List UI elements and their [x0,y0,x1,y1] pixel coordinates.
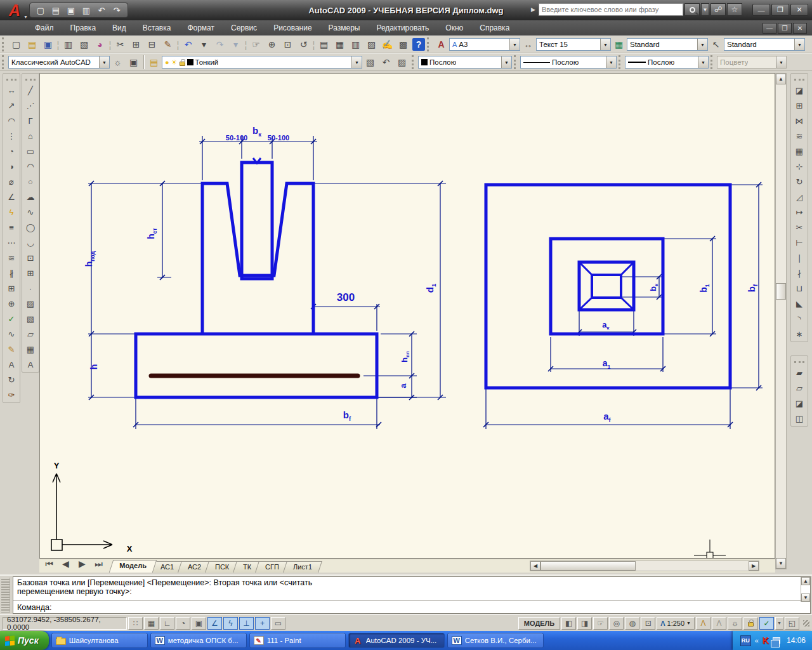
explode-icon[interactable]: ∗ [792,326,807,342]
coordinates-readout[interactable]: 631072.9452, -358505.2677, 0.0000 [3,617,127,630]
maximize-button[interactable]: ❐ [771,4,789,16]
scroll-down-icon[interactable]: ▼ [776,558,786,569]
layer-lock-icon[interactable] [180,62,185,66]
menu-format[interactable]: Формат [179,22,223,34]
menu-window[interactable]: Окно [437,22,471,34]
dim-edit-icon[interactable]: ✎ [4,342,19,357]
rotate-icon[interactable]: ↻ [792,174,807,189]
save-icon[interactable]: ▣ [40,37,56,52]
dim-update-icon[interactable]: ↻ [4,372,19,387]
task-word-2[interactable]: WСетков В.И., Серби... [447,633,544,648]
tab-next-icon[interactable]: ▶ [74,556,90,571]
command-window-grip[interactable] [1,578,10,613]
quickcalc-icon[interactable]: ▩ [395,37,411,52]
break-icon[interactable]: ∤ [792,265,807,281]
annotation-scale-control[interactable]: Λ 1:250 ▼ [657,617,695,630]
horizontal-scrollbar[interactable]: ◀ ▶ [530,560,759,571]
menu-dimension[interactable]: Размеры [320,22,369,34]
workspace-settings-icon[interactable]: ☼ [110,55,126,70]
command-scrollbar[interactable]: ▲ ▼ [801,577,810,602]
toolbar-grip[interactable] [2,37,6,51]
redo-icon[interactable]: ↷ [110,4,124,17]
undo-drop-icon[interactable]: ▾ [196,37,212,52]
dim-linear-icon[interactable]: ↔ [4,83,19,98]
make-block-icon[interactable]: ⊞ [23,265,38,281]
copy-icon[interactable]: ⊞ [792,98,807,113]
ortho-toggle[interactable]: ∟ [160,617,174,630]
ellipse-arc-icon[interactable]: ◡ [23,235,38,250]
layer-previous-icon[interactable]: ↶ [378,55,394,70]
text-style-icon[interactable]: A [433,37,449,52]
redo-icon[interactable]: ↷ [212,37,228,52]
line-icon[interactable]: ╱ [23,83,38,98]
break-point-icon[interactable]: ∣ [792,250,807,265]
chevron-down-icon[interactable]: ▼ [600,39,610,50]
designcenter-icon[interactable]: ▦ [332,37,348,52]
layer-manager-icon[interactable]: ▤ [146,55,162,70]
osnap-toggle[interactable]: ▣ [192,617,206,630]
chevron-down-icon[interactable]: ▼ [606,56,616,68]
angle-toggle[interactable]: ∠ [207,617,222,630]
scroll-down-icon[interactable]: ▼ [801,594,810,602]
text-icon[interactable]: A [23,357,38,372]
start-button[interactable]: Пуск [0,631,49,650]
dim-tolerance-icon[interactable]: ⊞ [4,281,19,296]
table-style-icon[interactable]: ▦ [611,37,627,52]
dyn-toggle[interactable]: + [255,617,270,630]
undo-icon[interactable]: ↶ [95,4,108,17]
trim-icon[interactable]: ✂ [792,220,807,235]
autocad-logo[interactable]: A ▼ [0,0,29,20]
dim-radius-icon[interactable]: ◔ [4,143,19,159]
make-layer-current-icon[interactable]: ▧ [362,55,378,70]
layer-states-icon[interactable]: ▨ [394,55,410,70]
menu-edit[interactable]: Правка [62,22,105,34]
showmotion-icon[interactable]: ⊡ [641,617,655,630]
tab-list1[interactable]: Лист1 [283,561,322,573]
toolbar-grip[interactable] [427,37,431,51]
text-style-combo[interactable]: A А3 ▼ [449,38,520,51]
chevron-down-icon[interactable]: ▼ [351,56,362,68]
chevron-down-icon[interactable]: ▼ [686,621,691,625]
kaspersky-icon[interactable]: K [763,635,769,646]
toolbar-lock-icon[interactable] [743,617,758,630]
new-icon[interactable]: ▢ [8,37,24,52]
dim-baseline-icon[interactable]: ≡ [4,220,19,235]
undo-icon[interactable]: ↶ [180,37,196,52]
horizontal-scroll-thumb[interactable] [540,561,636,571]
snap-toggle[interactable]: ∷ [128,617,143,630]
minimize-button[interactable]: — [752,4,770,16]
toolpalettes-icon[interactable]: ▥ [348,37,363,52]
revcloud-icon[interactable]: ☁ [23,189,38,204]
save-workspace-icon[interactable]: ▣ [126,55,141,70]
communication-center-icon[interactable]: ☍ [710,3,726,16]
arc-icon[interactable]: ◠ [23,159,38,174]
polygon-icon[interactable]: ⌂ [23,128,38,143]
menu-file[interactable]: Файл [27,22,62,34]
offset-icon[interactable]: ≋ [792,128,807,143]
properties-icon[interactable]: ▤ [316,37,332,52]
ducs-toggle[interactable]: ⊥ [239,617,254,630]
vertical-scrollbar[interactable]: ▲ ▼ [775,73,787,569]
layer-bulb-icon[interactable]: ● [165,59,169,66]
layer-color-swatch[interactable] [187,59,193,65]
menu-insert[interactable]: Вставка [134,22,180,34]
dim-jogged-icon[interactable]: ◑ [4,159,19,174]
rectangle-icon[interactable]: ▭ [23,143,38,159]
dim-jogline-icon[interactable]: ∿ [4,326,19,342]
network-icon[interactable] [773,637,780,644]
point-icon[interactable]: · [23,281,38,296]
steeringwheel-icon[interactable]: ◍ [625,617,639,630]
search-input[interactable] [539,3,683,16]
tab-last-icon[interactable]: ⏭ [91,556,107,571]
plot-icon[interactable]: ▥ [79,4,93,17]
command-prompt[interactable]: Команда: [13,601,810,614]
resize-grip[interactable] [803,620,809,627]
task-paint[interactable]: ✎111 - Paint [249,633,346,648]
language-indicator[interactable]: RU [740,635,751,646]
tab-first-icon[interactable]: ⏮ [41,556,57,571]
toolbar-grip[interactable] [619,55,623,69]
stretch-icon[interactable]: ↦ [792,204,807,220]
search-button[interactable] [684,3,700,16]
annotation-visibility-icon[interactable]: Λ [696,617,710,630]
status-menu-icon[interactable]: ▼ [775,617,783,630]
